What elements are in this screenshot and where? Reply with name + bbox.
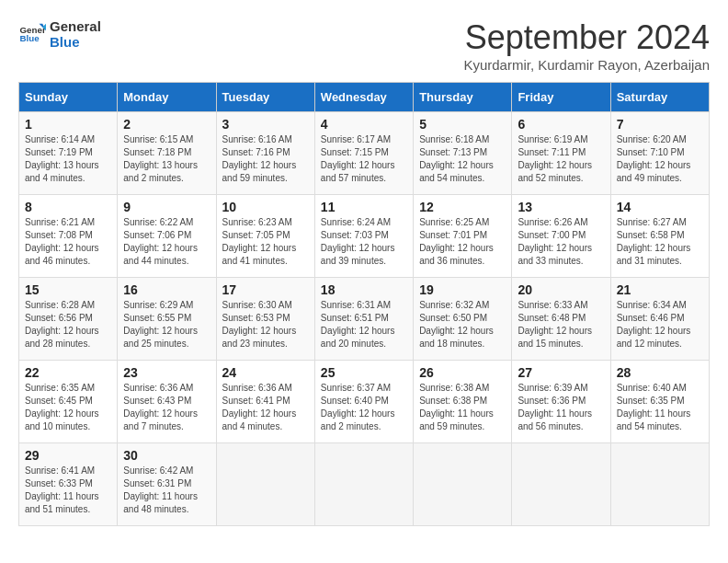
svg-text:Blue: Blue (20, 33, 40, 43)
day-number: 9 (123, 200, 210, 214)
cell-info: Sunrise: 6:36 AM Sunset: 6:41 PM Dayligh… (222, 382, 309, 433)
cell-info: Sunrise: 6:17 AM Sunset: 7:15 PM Dayligh… (321, 133, 407, 185)
table-row: 19 Sunrise: 6:32 AM Sunset: 6:50 PM Dayl… (414, 278, 512, 361)
header-wednesday: Wednesday (314, 83, 413, 112)
day-number: 17 (222, 282, 309, 297)
logo-icon: General Blue (18, 20, 46, 48)
day-number: 10 (222, 200, 309, 214)
table-row: 23 Sunrise: 6:36 AM Sunset: 6:43 PM Dayl… (118, 361, 216, 443)
day-number: 24 (222, 365, 309, 380)
day-number: 30 (123, 448, 210, 463)
table-row: 7 Sunrise: 6:20 AM Sunset: 7:10 PM Dayli… (610, 112, 709, 195)
cell-info: Sunrise: 6:33 AM Sunset: 6:48 PM Dayligh… (518, 299, 604, 350)
table-row: 8 Sunrise: 6:21 AM Sunset: 7:08 PM Dayli… (19, 195, 118, 278)
day-number: 29 (25, 448, 111, 463)
logo-general: General (50, 18, 101, 34)
logo-blue: Blue (50, 34, 101, 50)
table-row: 1 Sunrise: 6:14 AM Sunset: 7:19 PM Dayli… (19, 112, 118, 195)
table-row: 21 Sunrise: 6:34 AM Sunset: 6:46 PM Dayl… (610, 278, 709, 361)
cell-info: Sunrise: 6:24 AM Sunset: 7:03 PM Dayligh… (321, 216, 407, 268)
day-number: 15 (25, 282, 111, 297)
month-title: September 2024 (463, 18, 710, 57)
day-number: 28 (617, 365, 703, 380)
cell-info: Sunrise: 6:16 AM Sunset: 7:16 PM Dayligh… (222, 133, 309, 185)
cell-info: Sunrise: 6:21 AM Sunset: 7:08 PM Dayligh… (25, 216, 111, 268)
table-row: 14 Sunrise: 6:27 AM Sunset: 6:58 PM Dayl… (610, 195, 709, 278)
day-number: 26 (419, 365, 506, 380)
table-row: 4 Sunrise: 6:17 AM Sunset: 7:15 PM Dayli… (314, 112, 413, 195)
cell-info: Sunrise: 6:14 AM Sunset: 7:19 PM Dayligh… (25, 133, 111, 185)
cell-info: Sunrise: 6:38 AM Sunset: 6:38 PM Dayligh… (419, 382, 506, 433)
location: Kyurdarmir, Kurdamir Rayon, Azerbaijan (463, 57, 710, 73)
calendar-header-row: Sunday Monday Tuesday Wednesday Thursday… (19, 83, 710, 112)
cell-info: Sunrise: 6:25 AM Sunset: 7:01 PM Dayligh… (419, 216, 506, 268)
header-tuesday: Tuesday (216, 83, 314, 112)
cell-info: Sunrise: 6:40 AM Sunset: 6:35 PM Dayligh… (617, 382, 703, 433)
cell-info: Sunrise: 6:31 AM Sunset: 6:51 PM Dayligh… (321, 299, 407, 350)
header-saturday: Saturday (610, 83, 709, 112)
table-row (314, 443, 413, 526)
cell-info: Sunrise: 6:39 AM Sunset: 6:36 PM Dayligh… (518, 382, 604, 433)
day-number: 3 (222, 117, 309, 132)
calendar-table: Sunday Monday Tuesday Wednesday Thursday… (18, 82, 710, 526)
table-row (512, 443, 610, 526)
table-row: 18 Sunrise: 6:31 AM Sunset: 6:51 PM Dayl… (314, 278, 413, 361)
table-row: 3 Sunrise: 6:16 AM Sunset: 7:16 PM Dayli… (216, 112, 314, 195)
table-row: 30 Sunrise: 6:42 AM Sunset: 6:31 PM Dayl… (118, 443, 216, 526)
table-row: 29 Sunrise: 6:41 AM Sunset: 6:33 PM Dayl… (19, 443, 118, 526)
table-row: 15 Sunrise: 6:28 AM Sunset: 6:56 PM Dayl… (19, 278, 118, 361)
table-row: 12 Sunrise: 6:25 AM Sunset: 7:01 PM Dayl… (414, 195, 512, 278)
cell-info: Sunrise: 6:15 AM Sunset: 7:18 PM Dayligh… (123, 133, 210, 185)
day-number: 13 (518, 200, 604, 214)
cell-info: Sunrise: 6:35 AM Sunset: 6:45 PM Dayligh… (25, 382, 111, 433)
cell-info: Sunrise: 6:37 AM Sunset: 6:40 PM Dayligh… (321, 382, 407, 433)
day-number: 5 (419, 117, 506, 132)
table-row (610, 443, 709, 526)
cell-info: Sunrise: 6:19 AM Sunset: 7:11 PM Dayligh… (518, 133, 604, 185)
day-number: 1 (25, 117, 111, 132)
day-number: 8 (25, 200, 111, 214)
cell-info: Sunrise: 6:41 AM Sunset: 6:33 PM Dayligh… (25, 465, 111, 516)
cell-info: Sunrise: 6:29 AM Sunset: 6:55 PM Dayligh… (123, 299, 210, 350)
table-row: 2 Sunrise: 6:15 AM Sunset: 7:18 PM Dayli… (118, 112, 216, 195)
table-row: 25 Sunrise: 6:37 AM Sunset: 6:40 PM Dayl… (314, 361, 413, 443)
day-number: 20 (518, 282, 604, 297)
cell-info: Sunrise: 6:42 AM Sunset: 6:31 PM Dayligh… (123, 465, 210, 516)
day-number: 4 (321, 117, 407, 132)
day-number: 25 (321, 365, 407, 380)
table-row: 13 Sunrise: 6:26 AM Sunset: 7:00 PM Dayl… (512, 195, 610, 278)
cell-info: Sunrise: 6:34 AM Sunset: 6:46 PM Dayligh… (617, 299, 703, 350)
table-row: 20 Sunrise: 6:33 AM Sunset: 6:48 PM Dayl… (512, 278, 610, 361)
day-number: 2 (123, 117, 210, 132)
table-row: 5 Sunrise: 6:18 AM Sunset: 7:13 PM Dayli… (414, 112, 512, 195)
day-number: 7 (617, 117, 703, 132)
cell-info: Sunrise: 6:28 AM Sunset: 6:56 PM Dayligh… (25, 299, 111, 350)
day-number: 16 (123, 282, 210, 297)
table-row: 11 Sunrise: 6:24 AM Sunset: 7:03 PM Dayl… (314, 195, 413, 278)
header-thursday: Thursday (414, 83, 512, 112)
table-row: 6 Sunrise: 6:19 AM Sunset: 7:11 PM Dayli… (512, 112, 610, 195)
cell-info: Sunrise: 6:18 AM Sunset: 7:13 PM Dayligh… (419, 133, 506, 185)
day-number: 12 (419, 200, 506, 214)
day-number: 11 (321, 200, 407, 214)
header-sunday: Sunday (19, 83, 118, 112)
calendar-week-row: 8 Sunrise: 6:21 AM Sunset: 7:08 PM Dayli… (19, 195, 710, 278)
cell-info: Sunrise: 6:27 AM Sunset: 6:58 PM Dayligh… (617, 216, 703, 268)
table-row: 26 Sunrise: 6:38 AM Sunset: 6:38 PM Dayl… (414, 361, 512, 443)
calendar-week-row: 22 Sunrise: 6:35 AM Sunset: 6:45 PM Dayl… (19, 361, 710, 443)
day-number: 18 (321, 282, 407, 297)
table-row: 17 Sunrise: 6:30 AM Sunset: 6:53 PM Dayl… (216, 278, 314, 361)
header-monday: Monday (118, 83, 216, 112)
calendar-week-row: 1 Sunrise: 6:14 AM Sunset: 7:19 PM Dayli… (19, 112, 710, 195)
table-row: 22 Sunrise: 6:35 AM Sunset: 6:45 PM Dayl… (19, 361, 118, 443)
logo: General Blue General Blue (18, 18, 101, 50)
day-number: 23 (123, 365, 210, 380)
table-row: 10 Sunrise: 6:23 AM Sunset: 7:05 PM Dayl… (216, 195, 314, 278)
day-number: 22 (25, 365, 111, 380)
cell-info: Sunrise: 6:22 AM Sunset: 7:06 PM Dayligh… (123, 216, 210, 268)
calendar-week-row: 15 Sunrise: 6:28 AM Sunset: 6:56 PM Dayl… (19, 278, 710, 361)
day-number: 21 (617, 282, 703, 297)
cell-info: Sunrise: 6:30 AM Sunset: 6:53 PM Dayligh… (222, 299, 309, 350)
table-row: 16 Sunrise: 6:29 AM Sunset: 6:55 PM Dayl… (118, 278, 216, 361)
table-row: 28 Sunrise: 6:40 AM Sunset: 6:35 PM Dayl… (610, 361, 709, 443)
